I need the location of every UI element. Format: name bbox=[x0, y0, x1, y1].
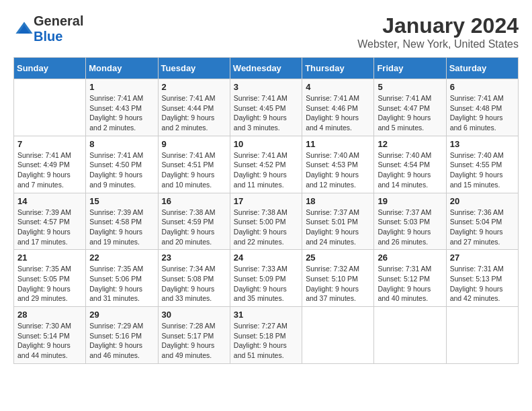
day-number: 28 bbox=[17, 310, 82, 320]
day-info: Sunrise: 7:37 AMSunset: 5:01 PMDaylight:… bbox=[306, 208, 370, 247]
day-number: 13 bbox=[450, 139, 515, 149]
day-info: Sunrise: 7:32 AMSunset: 5:10 PMDaylight:… bbox=[306, 264, 370, 304]
day-info: Sunrise: 7:28 AMSunset: 5:17 PMDaylight:… bbox=[162, 321, 226, 361]
calendar-cell: 9Sunrise: 7:41 AMSunset: 4:51 PMDaylight… bbox=[158, 136, 230, 193]
calendar-cell: 12Sunrise: 7:40 AMSunset: 4:54 PMDayligh… bbox=[374, 136, 446, 193]
day-number: 2 bbox=[162, 82, 226, 92]
calendar-cell: 11Sunrise: 7:40 AMSunset: 4:53 PMDayligh… bbox=[302, 136, 374, 193]
day-info: Sunrise: 7:36 AMSunset: 5:04 PMDaylight:… bbox=[450, 208, 515, 247]
calendar-cell: 5Sunrise: 7:41 AMSunset: 4:47 PMDaylight… bbox=[374, 79, 446, 136]
day-info: Sunrise: 7:35 AMSunset: 5:05 PMDaylight:… bbox=[17, 264, 82, 304]
day-info: Sunrise: 7:41 AMSunset: 4:51 PMDaylight:… bbox=[162, 150, 226, 190]
logo-icon bbox=[15, 19, 34, 38]
day-info: Sunrise: 7:40 AMSunset: 4:54 PMDaylight:… bbox=[378, 150, 442, 190]
day-header-thursday: Thursday bbox=[302, 58, 374, 79]
day-info: Sunrise: 7:41 AMSunset: 4:46 PMDaylight:… bbox=[306, 93, 370, 133]
day-header-friday: Friday bbox=[374, 58, 446, 79]
day-number: 6 bbox=[450, 82, 515, 92]
calendar-cell: 14Sunrise: 7:39 AMSunset: 4:57 PMDayligh… bbox=[14, 193, 86, 250]
day-number: 11 bbox=[306, 139, 370, 149]
day-info: Sunrise: 7:41 AMSunset: 4:50 PMDaylight:… bbox=[89, 150, 154, 190]
day-info: Sunrise: 7:41 AMSunset: 4:43 PMDaylight:… bbox=[89, 93, 154, 133]
day-number: 1 bbox=[89, 82, 154, 92]
day-number: 30 bbox=[162, 310, 226, 320]
subtitle: Webster, New York, United States bbox=[357, 38, 519, 50]
calendar-cell: 13Sunrise: 7:40 AMSunset: 4:55 PMDayligh… bbox=[446, 136, 518, 193]
logo-general-text: General bbox=[34, 13, 83, 28]
week-row-1: 1Sunrise: 7:41 AMSunset: 4:43 PMDaylight… bbox=[14, 79, 519, 136]
calendar-cell: 2Sunrise: 7:41 AMSunset: 4:44 PMDaylight… bbox=[158, 79, 230, 136]
day-info: Sunrise: 7:41 AMSunset: 4:49 PMDaylight:… bbox=[17, 150, 82, 190]
logo: General Blue bbox=[13, 13, 83, 44]
title-block: January 2024 Webster, New York, United S… bbox=[357, 13, 519, 50]
day-number: 7 bbox=[17, 139, 82, 149]
calendar-cell: 10Sunrise: 7:41 AMSunset: 4:52 PMDayligh… bbox=[230, 136, 302, 193]
calendar-cell: 6Sunrise: 7:41 AMSunset: 4:48 PMDaylight… bbox=[446, 79, 518, 136]
calendar-cell: 18Sunrise: 7:37 AMSunset: 5:01 PMDayligh… bbox=[302, 193, 374, 250]
day-info: Sunrise: 7:34 AMSunset: 5:08 PMDaylight:… bbox=[162, 264, 226, 304]
calendar-cell: 22Sunrise: 7:35 AMSunset: 5:06 PMDayligh… bbox=[86, 250, 158, 307]
day-number: 18 bbox=[306, 196, 370, 206]
day-number: 10 bbox=[234, 139, 298, 149]
calendar-cell: 21Sunrise: 7:35 AMSunset: 5:05 PMDayligh… bbox=[14, 250, 86, 307]
calendar-cell: 8Sunrise: 7:41 AMSunset: 4:50 PMDaylight… bbox=[86, 136, 158, 193]
day-number: 19 bbox=[378, 196, 442, 206]
calendar-cell: 1Sunrise: 7:41 AMSunset: 4:43 PMDaylight… bbox=[86, 79, 158, 136]
day-info: Sunrise: 7:41 AMSunset: 4:52 PMDaylight:… bbox=[234, 150, 298, 190]
calendar-header-row: SundayMondayTuesdayWednesdayThursdayFrid… bbox=[14, 58, 519, 79]
day-number: 31 bbox=[234, 310, 298, 320]
calendar-cell: 15Sunrise: 7:39 AMSunset: 4:58 PMDayligh… bbox=[86, 193, 158, 250]
day-info: Sunrise: 7:29 AMSunset: 5:16 PMDaylight:… bbox=[89, 321, 154, 361]
calendar-cell: 19Sunrise: 7:37 AMSunset: 5:03 PMDayligh… bbox=[374, 193, 446, 250]
day-number: 17 bbox=[234, 196, 298, 206]
day-info: Sunrise: 7:41 AMSunset: 4:47 PMDaylight:… bbox=[378, 93, 442, 133]
day-info: Sunrise: 7:41 AMSunset: 4:48 PMDaylight:… bbox=[450, 93, 515, 133]
calendar-cell bbox=[302, 307, 374, 364]
calendar-cell: 16Sunrise: 7:38 AMSunset: 4:59 PMDayligh… bbox=[158, 193, 230, 250]
day-header-wednesday: Wednesday bbox=[230, 58, 302, 79]
day-info: Sunrise: 7:40 AMSunset: 4:53 PMDaylight:… bbox=[306, 150, 370, 190]
calendar-cell bbox=[446, 307, 518, 364]
day-info: Sunrise: 7:41 AMSunset: 4:45 PMDaylight:… bbox=[234, 93, 298, 133]
calendar-cell bbox=[14, 79, 86, 136]
day-info: Sunrise: 7:30 AMSunset: 5:14 PMDaylight:… bbox=[17, 321, 82, 361]
day-number: 12 bbox=[378, 139, 442, 149]
logo-blue-text: Blue bbox=[34, 29, 62, 44]
page-header: General Blue January 2024 Webster, New Y… bbox=[13, 13, 519, 50]
calendar-cell: 30Sunrise: 7:28 AMSunset: 5:17 PMDayligh… bbox=[158, 307, 230, 364]
day-number: 14 bbox=[17, 196, 82, 206]
main-title: January 2024 bbox=[357, 13, 519, 38]
day-number: 21 bbox=[17, 253, 82, 263]
week-row-2: 7Sunrise: 7:41 AMSunset: 4:49 PMDaylight… bbox=[14, 136, 519, 193]
day-number: 29 bbox=[89, 310, 154, 320]
day-header-tuesday: Tuesday bbox=[158, 58, 230, 79]
day-info: Sunrise: 7:41 AMSunset: 4:44 PMDaylight:… bbox=[162, 93, 226, 133]
day-number: 16 bbox=[162, 196, 226, 206]
day-number: 22 bbox=[89, 253, 154, 263]
day-info: Sunrise: 7:38 AMSunset: 4:59 PMDaylight:… bbox=[162, 208, 226, 247]
day-header-saturday: Saturday bbox=[446, 58, 518, 79]
day-number: 4 bbox=[306, 82, 370, 92]
day-info: Sunrise: 7:39 AMSunset: 4:57 PMDaylight:… bbox=[17, 208, 82, 247]
day-number: 25 bbox=[306, 253, 370, 263]
day-number: 15 bbox=[89, 196, 154, 206]
calendar-cell: 20Sunrise: 7:36 AMSunset: 5:04 PMDayligh… bbox=[446, 193, 518, 250]
day-number: 20 bbox=[450, 196, 515, 206]
day-info: Sunrise: 7:37 AMSunset: 5:03 PMDaylight:… bbox=[378, 208, 442, 247]
day-number: 9 bbox=[162, 139, 226, 149]
calendar-cell: 4Sunrise: 7:41 AMSunset: 4:46 PMDaylight… bbox=[302, 79, 374, 136]
calendar-table: SundayMondayTuesdayWednesdayThursdayFrid… bbox=[13, 57, 519, 364]
day-header-monday: Monday bbox=[86, 58, 158, 79]
day-info: Sunrise: 7:31 AMSunset: 5:13 PMDaylight:… bbox=[450, 264, 515, 304]
day-number: 5 bbox=[378, 82, 442, 92]
week-row-5: 28Sunrise: 7:30 AMSunset: 5:14 PMDayligh… bbox=[14, 307, 519, 364]
calendar-cell: 29Sunrise: 7:29 AMSunset: 5:16 PMDayligh… bbox=[86, 307, 158, 364]
day-info: Sunrise: 7:31 AMSunset: 5:12 PMDaylight:… bbox=[378, 264, 442, 304]
calendar-cell: 28Sunrise: 7:30 AMSunset: 5:14 PMDayligh… bbox=[14, 307, 86, 364]
day-info: Sunrise: 7:38 AMSunset: 5:00 PMDaylight:… bbox=[234, 208, 298, 247]
calendar-cell: 25Sunrise: 7:32 AMSunset: 5:10 PMDayligh… bbox=[302, 250, 374, 307]
week-row-4: 21Sunrise: 7:35 AMSunset: 5:05 PMDayligh… bbox=[14, 250, 519, 307]
calendar-cell: 27Sunrise: 7:31 AMSunset: 5:13 PMDayligh… bbox=[446, 250, 518, 307]
week-row-3: 14Sunrise: 7:39 AMSunset: 4:57 PMDayligh… bbox=[14, 193, 519, 250]
day-info: Sunrise: 7:39 AMSunset: 4:58 PMDaylight:… bbox=[89, 208, 154, 247]
